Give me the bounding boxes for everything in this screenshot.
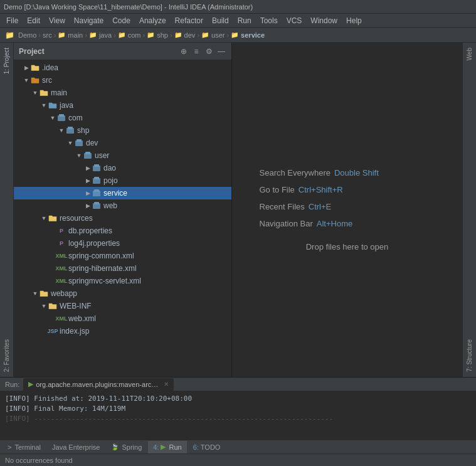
tree-item-springmvc_servlet[interactable]: XMLspringmvc-servlet.xml bbox=[14, 275, 231, 287]
menu-item-window[interactable]: Window bbox=[307, 15, 341, 26]
svg-rect-15 bbox=[94, 202, 99, 204]
tree-label: java bbox=[60, 101, 73, 110]
hint-shortcut: Alt+Home bbox=[317, 219, 352, 228]
breadcrumb-item[interactable]: java bbox=[99, 31, 112, 39]
tree-icon-folder bbox=[39, 289, 49, 299]
svg-rect-5 bbox=[77, 139, 82, 142]
tool-tab-java-enterprise[interactable]: Java Enterprise bbox=[47, 441, 105, 453]
tree-label: webapp bbox=[51, 289, 77, 298]
file-tree: .idea src main java com shp dev user dao… bbox=[14, 60, 231, 377]
menu-item-vcs[interactable]: VCS bbox=[283, 15, 306, 26]
tree-icon-package bbox=[83, 151, 93, 161]
tool-tab-label: TODO bbox=[201, 443, 221, 451]
tree-item-web[interactable]: web bbox=[14, 199, 231, 212]
menu-item-view[interactable]: View bbox=[45, 15, 69, 26]
tree-item-web_xml[interactable]: XMLweb.xml bbox=[14, 312, 231, 325]
settings-icon[interactable]: ⚙ bbox=[204, 46, 214, 56]
tree-item-java[interactable]: java bbox=[14, 99, 231, 112]
tool-bar: >TerminalJava Enterprise🍃Spring4:▶Run6:T… bbox=[0, 440, 476, 453]
breadcrumb-item[interactable]: user bbox=[211, 31, 225, 39]
tool-tab-spring[interactable]: 🍃Spring bbox=[106, 441, 147, 453]
menu-item-code[interactable]: Code bbox=[108, 15, 134, 26]
tree-item-dao[interactable]: dao bbox=[14, 162, 231, 174]
tool-tab-label: Terminal bbox=[14, 443, 41, 451]
hint-line: Search EverywhereDouble Shift bbox=[260, 168, 435, 177]
tree-item-idea[interactable]: .idea bbox=[14, 61, 231, 74]
terminal-icon: > bbox=[8, 443, 11, 451]
tree-label: db.properties bbox=[68, 226, 112, 235]
breadcrumb-item[interactable]: Demo bbox=[18, 31, 36, 39]
add-icon[interactable]: ⊕ bbox=[179, 46, 189, 56]
favorites-tab[interactable]: 2: Favorites bbox=[1, 334, 12, 377]
hint-label: Navigation Bar bbox=[260, 219, 313, 228]
tree-item-pojo[interactable]: pojo bbox=[14, 174, 231, 187]
hint-line: Recent FilesCtrl+E bbox=[260, 202, 435, 211]
breadcrumb-folder-icon: 📁 bbox=[5, 31, 14, 40]
tool-tab-todo[interactable]: 6:TODO bbox=[188, 441, 226, 453]
tree-arrow bbox=[66, 139, 74, 147]
menu-item-run[interactable]: Run bbox=[234, 15, 255, 26]
tree-arrow bbox=[84, 164, 92, 172]
project-tab[interactable]: 1: Project bbox=[1, 43, 12, 79]
menu-item-refactor[interactable]: Refactor bbox=[171, 15, 207, 26]
tree-arrow bbox=[40, 214, 48, 222]
tree-item-service[interactable]: service bbox=[14, 187, 231, 199]
tree-item-user[interactable]: user bbox=[14, 149, 231, 162]
project-panel: Project ⊕ ≡ ⚙ — .idea src main java com … bbox=[14, 43, 232, 377]
tree-arrow bbox=[31, 89, 39, 97]
tree-item-resources[interactable]: resources bbox=[14, 212, 231, 225]
menu-item-edit[interactable]: Edit bbox=[23, 15, 44, 26]
tool-tab-terminal[interactable]: >Terminal bbox=[3, 441, 46, 453]
structure-tab[interactable]: 7: Structure bbox=[464, 334, 475, 377]
breadcrumb-separator: › bbox=[38, 31, 41, 39]
close-run-tab[interactable]: ✕ bbox=[164, 381, 169, 388]
menu-item-analyze[interactable]: Analyze bbox=[135, 15, 170, 26]
menu-item-build[interactable]: Build bbox=[208, 15, 233, 26]
tree-icon-package bbox=[56, 113, 66, 123]
tool-tab-run[interactable]: 4:▶Run bbox=[148, 441, 186, 453]
content-area: 1: Project 2: Favorites Project ⊕ ≡ ⚙ — … bbox=[0, 43, 476, 377]
tree-item-main[interactable]: main bbox=[14, 87, 231, 99]
tree-label: index.jsp bbox=[60, 327, 89, 336]
hint-label: Go to File bbox=[260, 185, 295, 194]
tree-item-spring_hibernate[interactable]: XMLspring-hibernate.xml bbox=[14, 262, 231, 275]
tree-item-webinf[interactable]: WEB-INF bbox=[14, 300, 231, 312]
breadcrumb-item[interactable]: service bbox=[241, 31, 265, 39]
breadcrumb-item[interactable]: main bbox=[68, 31, 83, 39]
tree-item-shp[interactable]: shp bbox=[14, 124, 231, 137]
breadcrumb-icon: 📁 bbox=[201, 31, 209, 38]
menu-item-help[interactable]: Help bbox=[342, 15, 366, 26]
breadcrumb-item[interactable]: shp bbox=[157, 31, 168, 39]
breadcrumb-icon: 📁 bbox=[58, 31, 65, 38]
menu-item-navigate[interactable]: Navigate bbox=[70, 15, 107, 26]
tree-item-index_jsp[interactable]: JSPindex.jsp bbox=[14, 325, 231, 337]
spring-icon: 🍃 bbox=[111, 443, 119, 450]
layout-icon[interactable]: ≡ bbox=[191, 46, 201, 56]
menu-item-file[interactable]: File bbox=[3, 15, 22, 26]
tree-icon-java_folder bbox=[48, 100, 58, 110]
tree-item-src[interactable]: src bbox=[14, 74, 231, 87]
tree-item-spring_common[interactable]: XMLspring-common.xml bbox=[14, 250, 231, 262]
breadcrumb-item[interactable]: dev bbox=[184, 31, 196, 39]
tree-label: spring-common.xml bbox=[68, 252, 134, 260]
tree-item-webapp[interactable]: webapp bbox=[14, 287, 231, 300]
menu-item-tools[interactable]: Tools bbox=[257, 15, 282, 26]
tree-icon-xml: XML bbox=[56, 263, 66, 273]
run-icon: ▶ bbox=[28, 380, 33, 388]
tool-tab-label: Java Enterprise bbox=[52, 443, 100, 451]
breadcrumb-item[interactable]: src bbox=[43, 31, 52, 39]
tree-item-dev[interactable]: dev bbox=[14, 137, 231, 149]
tree-item-log4j_props[interactable]: Plog4j.properties bbox=[14, 237, 231, 250]
tree-item-db_props[interactable]: Pdb.properties bbox=[14, 225, 231, 237]
run-tab[interactable]: ▶ org.apache.maven.plugins:maven-archety… bbox=[23, 378, 174, 391]
minimize-icon[interactable]: — bbox=[216, 46, 226, 56]
tree-label: spring-hibernate.xml bbox=[68, 264, 137, 273]
breadcrumb-item[interactable]: com bbox=[128, 31, 141, 39]
run-content: [INFO] Finished at: 2019-11-11T20:10:20+… bbox=[0, 391, 476, 440]
tree-icon-package bbox=[92, 201, 102, 211]
web-tab[interactable]: Web bbox=[464, 43, 475, 65]
tree-item-com[interactable]: com bbox=[14, 112, 231, 124]
breadcrumb-icon: 📁 bbox=[118, 31, 125, 38]
tree-label: log4j.properties bbox=[68, 239, 120, 248]
tree-icon-folder bbox=[39, 88, 49, 98]
